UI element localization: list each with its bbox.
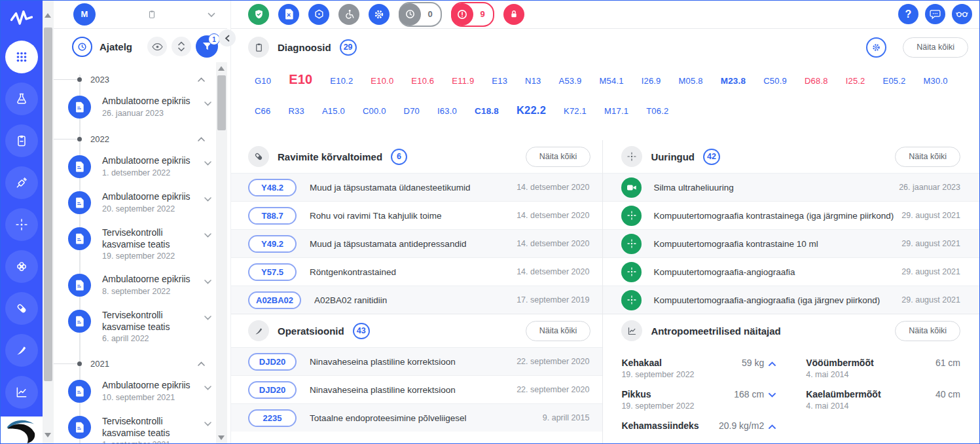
chevron-down-icon[interactable] <box>204 280 211 284</box>
metric-item[interactable]: Kehamassiindeks 20.9 kg/m2 <box>621 420 776 433</box>
diagnosis-code[interactable]: C18.8 <box>475 106 499 116</box>
filter-button[interactable]: 1 <box>196 35 218 58</box>
diagnosis-code[interactable]: M54.1 <box>600 76 624 86</box>
history-toggle[interactable]: 0 <box>399 2 442 27</box>
shield-check-button[interactable] <box>248 4 269 25</box>
scroll-up-arrow[interactable] <box>45 13 51 18</box>
diagnosis-code[interactable]: C66 <box>255 106 270 116</box>
metric-item[interactable]: Kehakaal 19. september 2022 59 kg <box>621 358 776 379</box>
diagnoses-settings-button[interactable] <box>866 37 886 58</box>
diagnosis-code[interactable]: K22.2 <box>517 104 546 117</box>
timeline-year-row[interactable]: 2023 <box>54 69 227 89</box>
metric-item[interactable]: Vööümbermõõt 4. mai 2014 61 cm <box>806 358 960 379</box>
icd-code-pill[interactable]: T88.7 <box>248 207 297 225</box>
diagnosis-code[interactable]: A15.0 <box>322 106 345 116</box>
scroll-down-arrow[interactable] <box>45 433 51 437</box>
icd-code-pill[interactable]: Y48.2 <box>248 179 297 196</box>
lock-button[interactable] <box>503 4 524 25</box>
diagnosis-code[interactable]: E10.6 <box>411 76 434 86</box>
scrollbar-thumb[interactable] <box>44 28 52 381</box>
scrollbar-thumb[interactable] <box>217 75 226 130</box>
sidebar-item-indicators[interactable] <box>5 376 38 409</box>
chevron-down-icon[interactable] <box>204 316 211 320</box>
glasses-button[interactable] <box>952 4 972 24</box>
operation-row[interactable]: DJD20 Ninavaheseina plastiline korrektsi… <box>231 375 602 403</box>
diagnosis-code[interactable]: C50.9 <box>763 76 787 86</box>
sort-button[interactable] <box>172 37 191 56</box>
diagnosis-code[interactable]: I25.2 <box>846 76 865 86</box>
patient-header[interactable]: M <box>54 0 227 29</box>
collapse-panel-button[interactable] <box>219 29 236 46</box>
sidebar-item-operations[interactable] <box>5 334 38 367</box>
show-all-button[interactable]: Näita kõiki <box>526 147 591 167</box>
timeline-document-item[interactable]: Tervisekontrolli kasvamise teatis 19. se… <box>54 221 227 267</box>
diagnosis-code[interactable]: A53.9 <box>559 76 582 86</box>
hexagon-button[interactable] <box>308 4 329 25</box>
trend-up-icon[interactable] <box>769 358 776 368</box>
diagnosis-code[interactable]: E05.2 <box>883 76 906 86</box>
side-effect-row[interactable]: A02BA02 A02BA02 ranitidiin 17. september… <box>231 286 602 314</box>
side-effect-row[interactable]: Y57.5 Röntgenkontrastained 14. detsember… <box>231 257 602 286</box>
icd-code-pill[interactable]: Y57.5 <box>248 263 297 281</box>
diagnosis-code[interactable]: E10 <box>289 72 312 87</box>
trend-down-icon[interactable] <box>769 389 776 399</box>
diagnosis-code[interactable]: M23.8 <box>721 76 746 86</box>
study-row[interactable]: Kompuutertomograafia-angiograafia 29. au… <box>603 257 980 286</box>
side-effect-row[interactable]: T88.7 Rohu voi ravimi Tta kahjulik toime… <box>231 201 602 229</box>
sidebar-item-radiology[interactable] <box>5 250 38 283</box>
sidebar-item-lab[interactable] <box>5 83 38 115</box>
sidebar-item-vaccination[interactable] <box>5 166 38 199</box>
diagnosis-code[interactable]: T06.2 <box>646 106 668 116</box>
study-row[interactable]: Kompuutertomograafia kontrastaine 10 ml … <box>603 229 980 257</box>
sidebar-item-medications[interactable] <box>5 292 38 325</box>
show-all-button[interactable]: Näita kõiki <box>895 147 960 167</box>
chevron-down-icon[interactable] <box>204 386 211 390</box>
left-scrollbar[interactable] <box>43 0 54 444</box>
chevron-up-icon[interactable] <box>198 77 205 82</box>
chevron-down-icon[interactable] <box>204 197 211 202</box>
alerts-toggle[interactable]: 9 <box>451 2 494 27</box>
timeline-document-item[interactable]: Ambulatoorne epikriis 20. september 2022 <box>54 185 227 221</box>
chevron-down-icon[interactable] <box>204 233 211 238</box>
clipboard-icon[interactable] <box>147 9 156 20</box>
chevron-down-icon[interactable] <box>204 102 211 106</box>
icd-code-pill[interactable]: A02BA02 <box>248 291 301 309</box>
diagnosis-code[interactable]: M17.1 <box>604 106 628 116</box>
metric-item[interactable]: Pikkus 19. september 2022 168 cm <box>621 389 776 411</box>
chevron-up-icon[interactable] <box>198 137 205 141</box>
timeline-year-row[interactable]: 2022 <box>54 129 227 149</box>
trend-up-icon[interactable] <box>769 420 776 431</box>
diagnosis-code[interactable]: G10 <box>255 76 271 86</box>
study-row[interactable]: Silma ultraheliuuring 26. jaanuar 2023 <box>603 173 980 201</box>
diagnosis-code[interactable]: K72.1 <box>564 106 587 116</box>
scroll-up-arrow[interactable] <box>218 66 225 71</box>
sidebar-item-studies[interactable] <box>5 208 38 241</box>
metric-item[interactable]: Kaelaümbermõõt 4. mai 2014 40 cm <box>806 389 960 411</box>
timeline-year-row[interactable]: 2021 <box>54 354 227 373</box>
chevron-down-icon[interactable] <box>204 161 211 166</box>
diagnosis-code[interactable]: I26.9 <box>642 76 661 86</box>
study-row[interactable]: Kompuutertomograafia-angiograafia (iga j… <box>603 286 980 314</box>
sidebar-item-apps[interactable] <box>5 41 38 73</box>
side-effect-row[interactable]: Y48.2 Muud ja täpsustamata üldanesteetik… <box>231 173 602 201</box>
timeline-document-item[interactable]: Ambulatoorne epikriis 26. jaanuar 2023 <box>54 89 227 125</box>
diagnosis-code[interactable]: D70 <box>404 106 420 116</box>
operation-code-pill[interactable]: DJD20 <box>248 381 297 399</box>
diagnosis-code[interactable]: R33 <box>288 106 304 116</box>
sidebar-item-documents[interactable] <box>5 124 38 157</box>
visibility-button[interactable] <box>147 37 167 56</box>
operation-row[interactable]: 2235 Totaalne endoproteesimine põlveliig… <box>231 403 602 432</box>
icd-code-pill[interactable]: Y49.2 <box>248 235 297 253</box>
diagnosis-code[interactable]: M05.8 <box>679 76 703 86</box>
diagnosis-code[interactable]: I63.0 <box>437 106 457 116</box>
diagnosis-code[interactable]: E11.9 <box>452 76 474 86</box>
diagnosis-code[interactable]: N13 <box>525 76 541 86</box>
show-all-button[interactable]: Näita kõiki <box>526 321 591 341</box>
accessibility-button[interactable] <box>338 4 359 25</box>
timeline-scrollbar[interactable] <box>216 62 227 444</box>
scroll-down-arrow[interactable] <box>218 435 225 440</box>
diagnosis-code[interactable]: E13 <box>492 76 507 86</box>
operation-row[interactable]: DJD20 Ninavaheseina plastiline korrektsi… <box>231 347 602 375</box>
chat-button[interactable] <box>925 4 945 24</box>
document-x-button[interactable] <box>278 4 299 25</box>
